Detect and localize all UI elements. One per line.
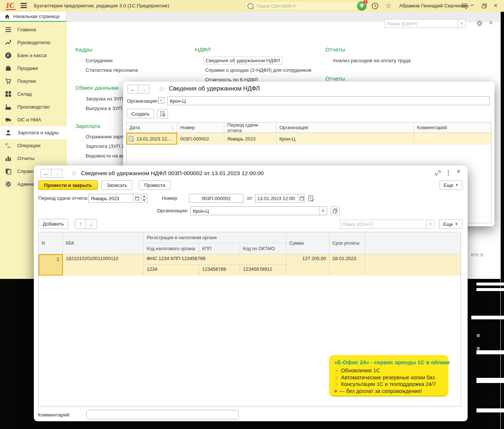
sidebar-item-pokupki[interactable]: Покупки — [0, 75, 67, 88]
clear-search-button[interactable]: × — [426, 220, 435, 228]
favorite-star-icon[interactable]: ☆ — [158, 85, 165, 92]
link-zagruzka-zup[interactable]: Загрузка из ЗУП — [86, 96, 123, 102]
cell-kbk[interactable]: 18210102010011000110 — [63, 254, 144, 276]
cell-due[interactable]: 28.01.2023 — [329, 254, 365, 276]
page-search-input[interactable] — [384, 19, 458, 28]
link-zarplata-zup[interactable]: Зарплата (ЗУП 2. — [86, 143, 126, 149]
cell-org[interactable]: Крон-Ц — [276, 133, 414, 145]
sidebar-item-rukovoditelyu[interactable]: Руководителю — [0, 36, 67, 49]
sidebar-item-prodazhi[interactable]: Продажи — [0, 62, 67, 75]
col-header-n[interactable]: N — [39, 232, 63, 254]
post-and-close-button[interactable]: Провести и закрыть — [38, 180, 98, 190]
favorite-star-icon[interactable]: ☆ — [71, 170, 77, 177]
clear-search-button[interactable]: × — [458, 19, 466, 28]
post-button[interactable]: Провести — [139, 180, 171, 190]
col-header-sum[interactable]: Сумма — [286, 232, 329, 254]
link-spravki-2ndfl[interactable]: Справки о доходах (2-НДФЛ) для сотрудник… — [205, 67, 311, 73]
cell-empty[interactable] — [365, 254, 461, 276]
link-analiz-rashodov[interactable]: Анализ расходов на оплату труда — [333, 58, 411, 63]
page-search[interactable]: × — [384, 19, 466, 28]
page-settings-gear-icon[interactable] — [476, 20, 483, 27]
user-name[interactable]: Абрамов Геннадий Сергеевич — [399, 3, 469, 8]
back-button[interactable]: ← — [128, 85, 139, 93]
link-vygruzka-zup[interactable]: Выгрузка в ЗУП — [86, 106, 122, 111]
tab-home[interactable]: Начальная страница — [0, 12, 67, 22]
col-header-kbk[interactable]: КБК — [63, 232, 144, 254]
col-header-comment[interactable]: Комментарий — [414, 123, 491, 132]
cell-sum[interactable]: 127 205,00 — [286, 254, 329, 276]
open-org-button[interactable] — [330, 206, 340, 215]
date-field[interactable]: 13.01.2023 12:00: — [255, 194, 304, 203]
col-header-reg-code[interactable]: Код налогового органа — [144, 243, 199, 254]
link-statistika-personala[interactable]: Статистика персонала — [86, 67, 138, 73]
create-button[interactable]: Создать — [127, 109, 154, 118]
period-spinner[interactable] — [141, 194, 147, 203]
back-button[interactable]: ← — [40, 169, 51, 178]
col-header-oktmo[interactable]: Код по ОКТМО — [240, 243, 286, 254]
cell-number[interactable]: 003П-000002 — [177, 133, 224, 145]
cell-oktmo[interactable]: 12345678912 — [240, 265, 286, 276]
sidebar-item-zarplata-kadry[interactable]: Зарплата и кадры — [0, 126, 67, 139]
cell-kpp[interactable]: 123456789 — [199, 265, 240, 276]
cell-date[interactable]: 13.01.2023 12... — [126, 133, 177, 145]
service-menu-icon[interactable] — [461, 3, 468, 9]
org-combo-field[interactable]: Крон-Ц ▼ — [190, 206, 327, 215]
forward-button[interactable]: → — [139, 85, 150, 93]
link-vedomosti[interactable]: Ведомости на вы — [86, 153, 125, 159]
link-svedeniya-uderzhannom-ndfl[interactable]: Сведения об удержанном НДФЛ — [203, 57, 282, 64]
cell-reg-code[interactable]: 1234 — [144, 265, 199, 276]
cell-comment[interactable] — [414, 133, 491, 145]
link-otrazheniya-zarplaty[interactable]: Отражения зарпл — [86, 134, 126, 139]
sidebar-item-operacii[interactable]: ДтКт Операции — [0, 139, 67, 152]
org-filter-checkbox[interactable]: ✓ — [158, 97, 164, 103]
period-field[interactable]: Январь 2023 — [88, 194, 141, 203]
forward-button[interactable]: → — [51, 169, 62, 178]
cell-n[interactable]: 1 — [39, 254, 63, 276]
cell-period[interactable]: Январь 2023 — [224, 133, 276, 145]
col-header-reg-group[interactable]: Регистрация в налоговом органе — [144, 232, 286, 243]
table-search-input[interactable] — [340, 220, 426, 228]
restore-button[interactable] — [482, 3, 487, 8]
favorites-star-icon[interactable]: ☆ — [385, 2, 392, 9]
calendar-icon[interactable] — [133, 194, 141, 202]
calendar-icon[interactable] — [298, 194, 305, 202]
global-search[interactable] — [245, 1, 362, 10]
bell-icon[interactable]: 2 — [357, 1, 367, 11]
sidebar-item-otchety[interactable]: Отчеты — [0, 152, 67, 165]
close-window-button[interactable]: × — [494, 2, 498, 9]
clock-icon[interactable] — [371, 2, 379, 10]
table-search[interactable]: × — [340, 220, 435, 228]
col-header-period[interactable]: Период сдачи отчета — [224, 123, 276, 132]
page-close-button[interactable]: × — [489, 19, 493, 27]
comment-field[interactable] — [86, 410, 239, 419]
move-up-button[interactable]: ↑ — [75, 219, 86, 229]
sidebar-item-os-nma[interactable]: ОС и НМА — [0, 113, 67, 126]
move-down-button[interactable]: ↓ — [86, 219, 97, 229]
sidebar-item-glavnoe[interactable]: Главное — [0, 23, 67, 36]
add-row-button[interactable]: Добавить — [38, 219, 68, 229]
col-header-org[interactable]: Организация — [276, 123, 414, 132]
create-copy-button[interactable] — [157, 109, 168, 118]
hamburger-icon[interactable] — [21, 3, 27, 9]
col-header-due[interactable]: Срок уплаты — [329, 232, 365, 254]
kebab-icon[interactable] — [448, 169, 449, 176]
sidebar-item-bank-kassa[interactable]: ₽ Банк и касса — [0, 49, 67, 62]
chevron-down-icon[interactable]: ▼ — [319, 207, 327, 215]
chain-icon[interactable] — [435, 170, 441, 176]
write-button[interactable]: Записать — [101, 180, 132, 190]
org-filter-field[interactable]: Крон-Ц — [167, 96, 490, 105]
sidebar-item-proizvodstvo[interactable]: Производство — [0, 100, 67, 113]
more-button[interactable]: Еще▼ — [440, 180, 462, 190]
link-sotrudniki[interactable]: Сотрудники — [86, 58, 112, 63]
col-header-kpp[interactable]: КПП — [199, 243, 240, 254]
sidebar-item-sklad[interactable]: Склад — [0, 88, 67, 100]
close-document-button[interactable]: × — [457, 168, 461, 176]
minimize-button[interactable]: – — [471, 2, 474, 8]
document-row[interactable]: 13.01.2023 12... 003П-000002 Январь 2023… — [126, 133, 491, 145]
col-header-number[interactable]: Номер — [177, 123, 224, 132]
table-more-button[interactable]: Еще▼ — [439, 219, 462, 229]
tax-table-row[interactable]: 1 18210102010011000110 ФНС 1234 КПП 1234… — [39, 254, 461, 276]
eofis-ad-banner[interactable]: «Е-Офис 24» - сервис аренды 1С в облаке … — [329, 355, 448, 397]
global-search-input[interactable] — [256, 3, 359, 9]
col-header-date[interactable]: Дата↓ — [126, 123, 177, 132]
